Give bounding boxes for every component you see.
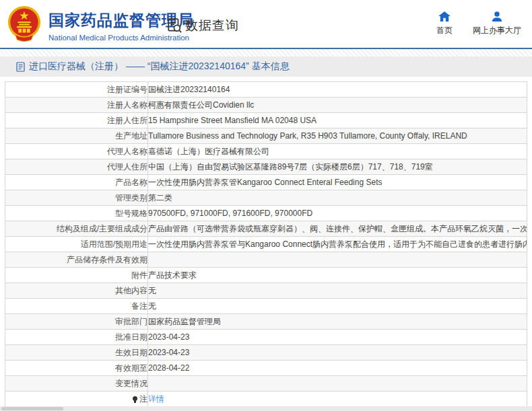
table-row: 注册人住所15 Hampshire Street Mansfield MA 02… (5, 113, 527, 128)
info-table-body: 注册证编号国械注进20232140164注册人名称柯惠有限责任公司Covidie… (5, 82, 527, 407)
row-value: 中国（上海）自由贸易试验区基隆路89号7层（实际楼层6层）717、718、719… (148, 159, 527, 175)
row-value: 第二类 (148, 190, 527, 206)
nav-item-home[interactable]: 首页 (436, 11, 453, 36)
nav-label-service-hall: 网上办事大厅 (473, 25, 521, 36)
table-row: 附件产品技术要求 (5, 268, 527, 283)
row-value: 2028-04-22 (148, 361, 527, 376)
table-row: 代理人住所中国（上海）自由贸易试验区基隆路89号7层（实际楼层6层）717、71… (5, 159, 527, 175)
row-value: 嘉德诺（上海）医疗器械有限公司 (148, 144, 527, 159)
row-value: 无 (148, 283, 527, 299)
site-subtitle: National Medical Products Administration (48, 34, 194, 42)
row-label: 型号规格 (5, 206, 148, 221)
row-value (148, 252, 527, 268)
table-row: 代理人名称嘉德诺（上海）医疗器械有限公司 (5, 144, 527, 159)
row-value: 无 (148, 299, 527, 314)
nav-item-service-hall[interactable]: 网上办事大厅 (473, 11, 521, 36)
table-row: 生效日期2023-04-23 (5, 345, 527, 361)
table-row: 有效期至2028-04-22 (5, 361, 527, 376)
site-header: 国家药品监督管理局 National Medical Products Admi… (0, 0, 532, 49)
row-label: 代理人名称 (5, 144, 148, 159)
row-label: 有效期至 (5, 361, 148, 376)
row-label: 生效日期 (5, 345, 148, 361)
table-row: 管理类别第二类 (5, 190, 527, 206)
data-query-menu[interactable]: 数据查询 (166, 17, 239, 34)
national-emblem-icon (7, 5, 42, 43)
row-label: 产品储存条件及有效期 (5, 252, 148, 268)
row-value: 2023-04-23 (148, 330, 527, 345)
row-label: 注册人名称 (5, 98, 148, 113)
row-label: 代理人住所 (5, 159, 148, 175)
document-icon (16, 62, 25, 72)
data-query-label: 数据查询 (185, 17, 239, 34)
table-row: 注详情 (5, 391, 527, 407)
table-row: 其他内容无 (5, 283, 527, 299)
table-row: 生产地址Tullamore Business and Technology Pa… (5, 128, 527, 144)
row-label: 管理类别 (5, 190, 148, 206)
home-icon (438, 11, 451, 22)
table-row: 适用范围/预期用途一次性使用肠内营养泵管与Kangaroo Connect肠内营… (5, 237, 527, 252)
row-label: 结构及组成/主要组成成分 (5, 221, 148, 237)
table-row: 注册人名称柯惠有限责任公司Covidien llc (5, 98, 527, 113)
table-row: 批准日期2023-04-23 (5, 330, 527, 345)
row-value: 详情 (148, 391, 527, 407)
row-label: 注 (5, 391, 148, 407)
table-row: 变更情况 (5, 376, 527, 391)
row-value: 国械注进20232140164 (148, 82, 527, 98)
nav-label-home: 首页 (436, 25, 453, 36)
detail-link[interactable]: 详情 (148, 394, 164, 404)
row-value (148, 376, 527, 391)
row-label: 其他内容 (5, 283, 148, 299)
hatch-divider (0, 49, 532, 57)
table-row: 产品储存条件及有效期 (5, 252, 527, 268)
bulb-icon (133, 396, 137, 401)
row-label: 批准日期 (5, 330, 148, 345)
breadcrumb: 进口医疗器械（注册） —— “国械注进20232140164” 基本信息 (0, 57, 532, 77)
row-value: Tullamore Business and Technology Park, … (148, 128, 527, 144)
row-label: 生产地址 (5, 128, 148, 144)
person-icon (491, 11, 503, 22)
row-value: 15 Hampshire Street Mansfield MA 02048 U… (148, 113, 527, 128)
row-value: 2023-04-23 (148, 345, 527, 361)
page-title: 进口医疗器械（注册） —— “国械注进20232140164” 基本信息 (29, 61, 290, 73)
row-value: 柯惠有限责任公司Covidien llc (148, 98, 527, 113)
horizontal-scrollbar[interactable] (0, 406, 532, 411)
row-value: 国家药品监督管理局 (148, 314, 527, 330)
table-row: 注册证编号国械注进20232140164 (5, 82, 527, 98)
row-value: 一次性使用肠内营养泵管Kangaroo Connect Enteral Feed… (148, 175, 527, 190)
row-label: 注册人住所 (5, 113, 148, 128)
row-value: 一次性使用肠内营养泵管与Kangaroo Connect肠内营养泵配合使用，适用… (148, 237, 527, 252)
table-row: 审批部门国家药品监督管理局 (5, 314, 527, 330)
table-row: 型号规格970500FD, 971000FD, 971600FD, 970000… (5, 206, 527, 221)
row-label: 产品名称 (5, 175, 148, 190)
table-row: 产品名称一次性使用肠内营养泵管Kangaroo Connect Enteral … (5, 175, 527, 190)
row-label: 变更情况 (5, 376, 148, 391)
table-row: 备注无 (5, 299, 527, 314)
registration-info-table: 注册证编号国械注进20232140164注册人名称柯惠有限责任公司Covidie… (5, 81, 527, 407)
scrollbar-thumb[interactable] (1, 407, 63, 410)
row-value: 970500FD, 971000FD, 971600FD, 970000FD (148, 206, 527, 221)
row-label: 适用范围/预期用途 (5, 237, 148, 252)
row-label: 注册证编号 (5, 82, 148, 98)
top-nav: 首页 网上办事大厅 (436, 11, 521, 36)
row-label: 审批部门 (5, 314, 148, 330)
row-value: 产品技术要求 (148, 268, 527, 283)
row-value: 产品由管路（可选带营养袋或瓶塞穿刺器）、阀、连接件、保护帽、盒匣组成。本产品环氧… (148, 221, 527, 237)
table-row: 结构及组成/主要组成成分产品由管路（可选带营养袋或瓶塞穿刺器）、阀、连接件、保护… (5, 221, 527, 237)
row-label: 附件 (5, 268, 148, 283)
document-search-icon (166, 17, 182, 34)
row-label: 备注 (5, 299, 148, 314)
